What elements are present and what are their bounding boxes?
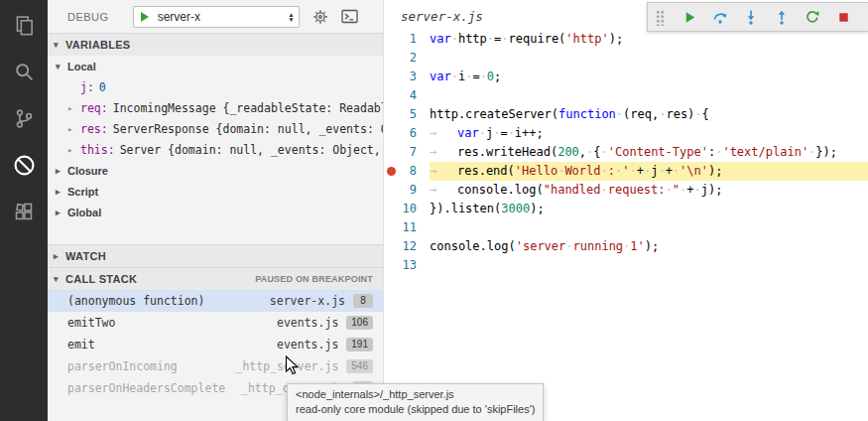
debug-config-dropdown[interactable]: server-x ▲▼ <box>133 6 300 28</box>
line-number: 12 <box>396 237 430 256</box>
stop-button[interactable] <box>830 5 856 29</box>
code-text[interactable]: var·http·=·require('http'); <box>430 30 868 49</box>
code-line[interactable]: 3var·i·=·0; <box>384 68 868 86</box>
search-icon[interactable] <box>0 49 48 95</box>
tooltip-path: <node_internals>/_http_server.js <box>296 387 535 402</box>
code-line[interactable]: 13 <box>384 256 868 275</box>
call-stack-frame[interactable]: emitevents.js191 <box>48 334 383 355</box>
code-line[interactable]: 5http.createServer(function·(req,·res)·{ <box>384 105 868 124</box>
extensions-icon[interactable] <box>0 189 48 235</box>
breakpoint-slot[interactable] <box>387 54 396 63</box>
start-debugging-icon[interactable] <box>141 12 149 22</box>
step-over-button[interactable] <box>707 5 733 29</box>
line-number: 7 <box>396 143 430 162</box>
code-line[interactable]: 11 <box>384 218 868 237</box>
variable-row[interactable]: j:0 <box>48 76 383 97</box>
code-line[interactable]: 12console.log('server·running·1'); <box>384 237 868 256</box>
line-number: 5 <box>396 105 430 124</box>
frame-function: emit <box>67 338 269 351</box>
code-line[interactable]: 7→res.writeHead(200,·{·'Content-Type':·'… <box>384 143 868 162</box>
dropdown-stepper-icon[interactable]: ▲▼ <box>288 12 294 22</box>
code-area[interactable]: 1var·http·=·require('http');23var·i·=·0;… <box>384 30 868 421</box>
breakpoint-slot[interactable] <box>387 110 396 119</box>
code-line[interactable]: 4 <box>384 86 868 105</box>
debug-console-icon[interactable] <box>341 9 358 24</box>
breakpoint-icon[interactable] <box>387 167 396 176</box>
scope-label: Global <box>67 207 101 218</box>
breakpoint-gutter[interactable]: 3 <box>384 68 430 86</box>
tooltip: <node_internals>/_http_server.js read-on… <box>287 383 544 421</box>
breakpoint-slot[interactable] <box>387 129 396 138</box>
explorer-icon[interactable] <box>0 2 48 49</box>
scope-closure[interactable]: ▸Closure <box>48 160 383 181</box>
breakpoint-gutter[interactable]: 5 <box>384 105 430 124</box>
variable-row[interactable]: ▸res:ServerResponse {domain: null, _even… <box>48 118 383 139</box>
code-line[interactable]: 8→res.end('Hello·World·:·'·+·j·+·'\n'); <box>384 162 868 181</box>
code-text[interactable]: →res.end('Hello·World·:·'·+·j·+·'\n'); <box>430 162 868 181</box>
breakpoint-slot[interactable] <box>387 72 396 81</box>
variable-row[interactable]: ▸this:Server {domain: null, _events: Obj… <box>48 139 383 160</box>
breakpoint-slot[interactable] <box>387 205 396 213</box>
step-into-button[interactable] <box>738 5 764 29</box>
breakpoint-gutter[interactable]: 10 <box>384 200 430 218</box>
source-control-icon[interactable] <box>0 95 48 142</box>
line-number: 11 <box>396 218 430 237</box>
call-stack-frame[interactable]: parserOnIncoming_http_server.js546 <box>48 355 383 377</box>
breakpoint-gutter[interactable]: 4 <box>384 86 430 105</box>
breakpoint-slot[interactable] <box>387 91 396 100</box>
code-text[interactable]: →var·j·=·i++; <box>430 124 868 143</box>
breakpoint-slot[interactable] <box>387 35 396 44</box>
breakpoint-slot[interactable] <box>387 242 396 251</box>
breakpoint-gutter[interactable]: 13 <box>384 256 430 275</box>
breakpoint-gutter[interactable]: 9 <box>384 181 430 200</box>
code-line[interactable]: 2 <box>384 49 868 68</box>
step-out-button[interactable] <box>769 5 795 29</box>
breakpoint-gutter[interactable]: 11 <box>384 218 430 237</box>
code-text[interactable] <box>430 218 868 237</box>
watch-section-header[interactable]: ▸ WATCH <box>48 244 383 267</box>
code-text[interactable]: console.log('server·running·1'); <box>430 237 868 256</box>
scope-global[interactable]: ▸Global <box>48 202 383 222</box>
configure-gear-icon[interactable] <box>312 9 328 25</box>
code-text[interactable]: →console.log("handled·request:·"·+·j); <box>430 181 868 200</box>
variable-row[interactable]: ▸req:IncomingMessage {_readableState: Re… <box>48 97 383 118</box>
code-line[interactable]: 9→console.log("handled·request:·"·+·j); <box>384 181 868 200</box>
code-text[interactable]: var·i·=·0; <box>430 68 868 86</box>
variables-section-label: VARIABLES <box>65 39 130 51</box>
breakpoint-slot[interactable] <box>387 186 396 195</box>
call-stack-frame[interactable]: emitTwoevents.js106 <box>48 312 383 334</box>
scope-local[interactable]: ▾Local <box>48 56 383 76</box>
scope-script[interactable]: ▸Script <box>48 181 383 202</box>
chevron-down-icon: ▾ <box>54 274 65 284</box>
continue-button[interactable] <box>677 5 702 29</box>
variable-value: IncomingMessage {_readableState: Readabl… <box>113 101 383 115</box>
code-text[interactable]: }).listen(3000); <box>430 200 868 218</box>
breakpoint-gutter[interactable]: 8 <box>384 162 430 181</box>
code-line[interactable]: 10}).listen(3000); <box>384 200 868 218</box>
variables-section-header[interactable]: ▾ VARIABLES <box>48 33 383 56</box>
code-line[interactable]: 1var·http·=·require('http'); <box>384 30 868 49</box>
frame-line-badge: 546 <box>346 359 373 373</box>
code-text[interactable] <box>430 256 868 275</box>
code-text[interactable] <box>430 49 868 68</box>
call-stack-section-header[interactable]: ▾ CALL STACK PAUSED ON BREAKPOINT <box>48 267 383 290</box>
code-text[interactable]: →res.writeHead(200,·{·'Content-Type':·'t… <box>430 143 868 162</box>
drag-handle-icon[interactable] <box>656 9 665 26</box>
frame-file: events.js <box>277 316 338 330</box>
breakpoint-gutter[interactable]: 1 <box>384 30 430 49</box>
restart-button[interactable] <box>800 5 825 29</box>
breakpoint-slot[interactable] <box>387 223 396 232</box>
call-stack-frame[interactable]: (anonymous function)server-x.js8 <box>48 290 383 312</box>
expand-arrow-icon: ▸ <box>67 124 80 134</box>
debug-icon[interactable] <box>0 142 48 189</box>
code-line[interactable]: 6→var·j·=·i++; <box>384 124 868 143</box>
code-text[interactable] <box>430 86 868 105</box>
breakpoint-gutter[interactable]: 7 <box>384 143 430 162</box>
breakpoint-gutter[interactable]: 6 <box>384 124 430 143</box>
variable-name: res: <box>80 122 108 136</box>
breakpoint-slot[interactable] <box>387 148 396 157</box>
breakpoint-slot[interactable] <box>387 261 396 270</box>
breakpoint-gutter[interactable]: 12 <box>384 237 430 256</box>
breakpoint-gutter[interactable]: 2 <box>384 49 430 68</box>
code-text[interactable]: http.createServer(function·(req,·res)·{ <box>430 105 868 124</box>
